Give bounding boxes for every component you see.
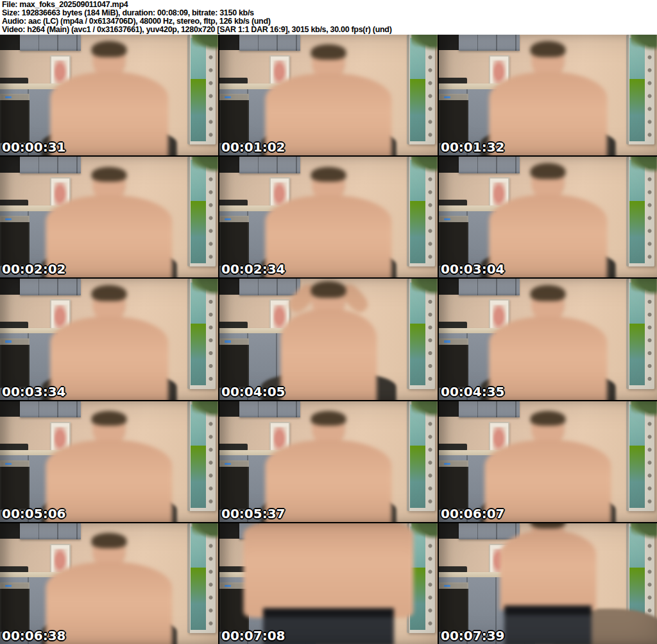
kitchen-webcam-scene — [0, 401, 218, 522]
kitchen-webcam-scene — [439, 523, 657, 644]
torso-shape — [280, 309, 377, 399]
thumbnail-grid: 00:00:31 — [0, 35, 657, 644]
timestamp-label: 00:02:34 — [221, 261, 286, 277]
kitchen-webcam-scene — [0, 279, 218, 399]
video-thumbnail-frame: 00:06:38 — [0, 523, 218, 644]
kitchen-webcam-scene — [219, 35, 438, 155]
person-placeholder — [439, 401, 657, 522]
jeans-shape — [504, 605, 592, 644]
video-thumbnail-frame: 00:07:39 — [439, 523, 657, 644]
kitchen-webcam-scene — [219, 157, 438, 277]
person-placeholder — [219, 279, 438, 399]
hair-shape — [531, 411, 565, 426]
kitchen-webcam-scene — [439, 401, 657, 522]
timestamp-label: 00:03:34 — [2, 384, 66, 399]
timestamp-label: 00:05:06 — [2, 506, 66, 521]
torso-shape — [500, 530, 596, 610]
video-contact-sheet: File: max_foks_202509011047.mp4 Size: 19… — [0, 0, 657, 644]
timestamp-label: 00:01:32 — [441, 139, 505, 155]
video-thumbnail-frame: 00:07:08 — [219, 523, 438, 644]
kitchen-webcam-scene — [439, 157, 657, 277]
video-thumbnail-frame: 00:05:37 — [219, 401, 438, 522]
hair-shape — [92, 533, 126, 548]
kitchen-webcam-scene — [439, 35, 657, 155]
file-info-header: File: max_foks_202509011047.mp4 Size: 19… — [0, 0, 657, 35]
video-thumbnail-frame: 00:01:32 — [439, 35, 657, 155]
belt-shape — [263, 608, 394, 617]
person-placeholder — [219, 35, 438, 155]
hair-shape — [531, 285, 565, 301]
video-thumbnail-frame: 00:04:05 — [219, 279, 438, 399]
torso-shape — [489, 195, 607, 278]
hair-shape — [531, 41, 565, 57]
person-placeholder — [219, 157, 438, 277]
person-placeholder — [219, 523, 438, 644]
torso-shape — [489, 317, 607, 400]
person-placeholder — [0, 523, 218, 644]
video-thumbnail-frame: 00:02:34 — [219, 157, 438, 277]
hair-shape — [311, 411, 346, 426]
hair-shape — [92, 167, 126, 182]
person-placeholder — [0, 157, 218, 277]
video-thumbnail-frame: 00:00:31 — [0, 35, 218, 155]
kitchen-webcam-scene — [219, 279, 438, 399]
kitchen-webcam-scene — [0, 523, 218, 644]
person-placeholder — [219, 401, 438, 522]
kitchen-webcam-scene — [439, 279, 657, 399]
video-thumbnail-frame: 00:03:34 — [0, 279, 218, 399]
timestamp-label: 00:01:02 — [221, 139, 286, 155]
kitchen-webcam-scene — [219, 523, 438, 644]
torso-shape — [50, 72, 168, 155]
belt-shape — [504, 605, 592, 615]
timestamp-label: 00:07:39 — [441, 628, 505, 643]
timestamp-label: 00:06:07 — [441, 506, 505, 521]
timestamp-label: 00:00:31 — [2, 139, 66, 155]
video-thumbnail-frame: 00:03:04 — [439, 157, 657, 277]
person-placeholder — [0, 279, 218, 399]
torso-shape — [243, 523, 413, 618]
person-placeholder — [439, 35, 657, 155]
kitchen-webcam-scene — [0, 157, 218, 277]
timestamp-label: 00:07:08 — [221, 628, 286, 643]
hair-shape — [531, 163, 565, 179]
kitchen-webcam-scene — [0, 35, 218, 155]
person-placeholder — [0, 401, 218, 522]
video-thumbnail-frame: 00:02:02 — [0, 157, 218, 277]
video-thumbnail-frame: 00:05:06 — [0, 401, 218, 522]
person-placeholder — [439, 279, 657, 399]
timestamp-label: 00:04:35 — [441, 384, 505, 399]
person-placeholder — [439, 157, 657, 277]
hair-shape — [311, 167, 346, 182]
timestamp-label: 00:02:02 — [2, 261, 66, 277]
hair-shape — [311, 44, 346, 59]
timestamp-label: 00:05:37 — [221, 506, 286, 521]
timestamp-label: 00:03:04 — [441, 261, 505, 277]
hair-shape — [531, 523, 565, 528]
hair-shape — [92, 411, 126, 426]
kitchen-webcam-scene — [219, 401, 438, 522]
video-thumbnail-frame: 00:06:07 — [439, 401, 657, 522]
timestamp-label: 00:06:38 — [2, 628, 66, 643]
hair-shape — [92, 41, 126, 57]
person-placeholder — [0, 35, 218, 155]
hair-shape — [311, 281, 346, 297]
torso-shape — [489, 72, 607, 155]
video-thumbnail-frame: 00:01:02 — [219, 35, 438, 155]
video-thumbnail-frame: 00:04:35 — [439, 279, 657, 399]
video-info-line: Video: h264 (Main) (avc1 / 0x31637661), … — [2, 26, 657, 34]
person-placeholder — [439, 523, 657, 644]
timestamp-label: 00:04:05 — [221, 384, 286, 399]
hair-shape — [92, 285, 126, 301]
torso-shape — [50, 317, 168, 400]
